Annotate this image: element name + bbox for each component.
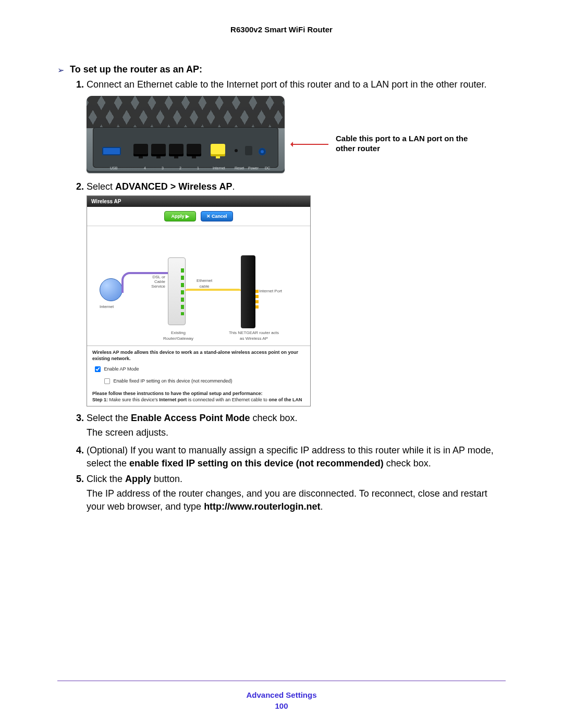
ap-description-area: Wireless AP mode allows this device to w… — [87, 346, 310, 406]
enable-ap-mode-checkbox-row[interactable]: Enable AP Mode — [92, 364, 305, 374]
fixed-ip-label: Enable fixed IP setting on this device (… — [114, 378, 232, 383]
step-4-post: check box. — [384, 458, 431, 468]
ap-step1-mid: Make sure this device's — [109, 397, 160, 402]
arrow-bullet-icon: ➢ — [57, 64, 70, 75]
router-back-figure: USB 4 3 2 1 Internet Reset Power DC Ca — [87, 96, 506, 173]
enable-ap-mode-checkbox[interactable] — [95, 366, 101, 372]
label-4: 4 — [144, 166, 146, 170]
step-3-bold: Enable Access Point Mode — [131, 413, 250, 423]
label-dc: DC — [265, 166, 270, 170]
step-2-bold: ADVANCED > Wireless AP — [115, 181, 232, 192]
step-2-post: . — [232, 181, 235, 192]
step-5-note-bold: http://www.routerlogin.net — [204, 501, 320, 512]
internet-label: Internet — [100, 304, 114, 310]
ap-step1: Step 1: Make sure this device's Internet… — [92, 397, 305, 403]
label-power: Power — [248, 166, 259, 170]
label-2: 2 — [179, 166, 181, 170]
reset-pinhole-icon — [235, 149, 238, 152]
internet-globe-icon — [100, 278, 123, 301]
ap-button-row: Apply ▶ ✕ Cancel — [87, 207, 310, 226]
fixed-ip-checkbox[interactable] — [104, 378, 110, 384]
ap-instructions-heading: Please follow these instructions to have… — [92, 390, 305, 397]
ap-step1-b2: one of the LAN — [268, 397, 302, 402]
step-4-bold: enable fixed IP setting on this device (… — [129, 458, 384, 468]
apply-button[interactable]: Apply ▶ — [164, 211, 196, 221]
usb-port-icon — [102, 147, 121, 155]
footer-section-title: Advanced Settings — [0, 690, 563, 699]
dc-jack-icon — [259, 148, 266, 155]
ap-step1-prefix: Step 1: — [92, 397, 109, 402]
ethernet-port-icon — [151, 144, 166, 156]
step-3-note: The screen adjusts. — [87, 426, 506, 439]
ap-step1-b1: Internet port — [159, 397, 187, 402]
label-usb: USB — [110, 166, 117, 170]
step-3: Select the Enable Access Point Mode chec… — [87, 412, 506, 439]
enable-ap-mode-label: Enable AP Mode — [104, 366, 139, 371]
footer-page-number: 100 — [0, 701, 563, 710]
wireless-ap-screenshot: Wireless AP Apply ▶ ✕ Cancel Internet DS… — [87, 195, 311, 406]
router-back-illustration: USB 4 3 2 1 Internet Reset Power DC — [87, 96, 285, 173]
ap-titlebar: Wireless AP — [87, 196, 310, 207]
step-2-pre: Select — [87, 181, 115, 192]
gateway-label: Existing Router/Gateway — [160, 330, 197, 342]
label-internet: Internet — [213, 166, 225, 170]
step-1-text: Connect an Ethernet cable to the Interne… — [87, 79, 486, 90]
page-header-title: R6300v2 Smart WiFi Router — [57, 25, 506, 34]
ethernet-cable-label: Ethernet cable — [191, 278, 217, 290]
cancel-button[interactable]: ✕ Cancel — [201, 211, 233, 221]
step-4: (Optional) If you want to manually assig… — [87, 444, 506, 470]
section-heading: To set up the router as an AP: — [70, 64, 202, 75]
netgear-router-icon — [241, 255, 255, 328]
ap-step1-mid2: is connected with an Ethernet cable to — [187, 397, 268, 402]
power-button-icon — [245, 146, 252, 155]
step-5-note-post: . — [320, 501, 323, 512]
ethernet-port-icon — [169, 144, 183, 156]
callout-text: Cable this port to a LAN port on the oth… — [336, 133, 471, 154]
ap-topology-diagram: Internet DSL or Cable Service Existing R… — [87, 226, 310, 346]
callout-arrow-icon — [292, 144, 328, 145]
steps-list: Connect an Ethernet cable to the Interne… — [70, 78, 506, 513]
netgear-label: This NETGEAR router acts as Wireless AP — [228, 330, 280, 342]
step-3-pre: Select the — [87, 413, 131, 423]
dsl-label: DSL or Cable Service — [142, 275, 165, 289]
step-2: Select ADVANCED > Wireless AP. Wireless … — [87, 180, 506, 406]
ethernet-port-icon — [133, 144, 148, 156]
internet-port-icon — [211, 144, 225, 156]
footer-separator — [57, 681, 506, 681]
step-1: Connect an Ethernet cable to the Interne… — [87, 78, 506, 173]
step-5: Click the Apply button. The IP address o… — [87, 473, 506, 513]
internet-port-label: Internet Port — [259, 289, 282, 294]
step-5-post: button. — [151, 474, 182, 484]
label-reset: Reset — [235, 166, 244, 170]
step-5-bold: Apply — [125, 474, 151, 484]
step-5-pre: Click the — [87, 474, 125, 484]
fixed-ip-checkbox-row[interactable]: Enable fixed IP setting on this device (… — [102, 376, 305, 386]
section-heading-row: ➢ To set up the router as an AP: — [57, 64, 506, 75]
label-3: 3 — [162, 166, 164, 170]
label-1: 1 — [197, 166, 199, 170]
gateway-icon — [168, 257, 186, 325]
ap-mode-description: Wireless AP mode allows this device to w… — [92, 349, 305, 362]
ethernet-port-icon — [187, 144, 201, 156]
step-3-post: check box. — [250, 413, 297, 423]
page-footer: Advanced Settings 100 — [0, 690, 563, 710]
step-5-note: The IP address of the router changes, an… — [87, 487, 506, 513]
